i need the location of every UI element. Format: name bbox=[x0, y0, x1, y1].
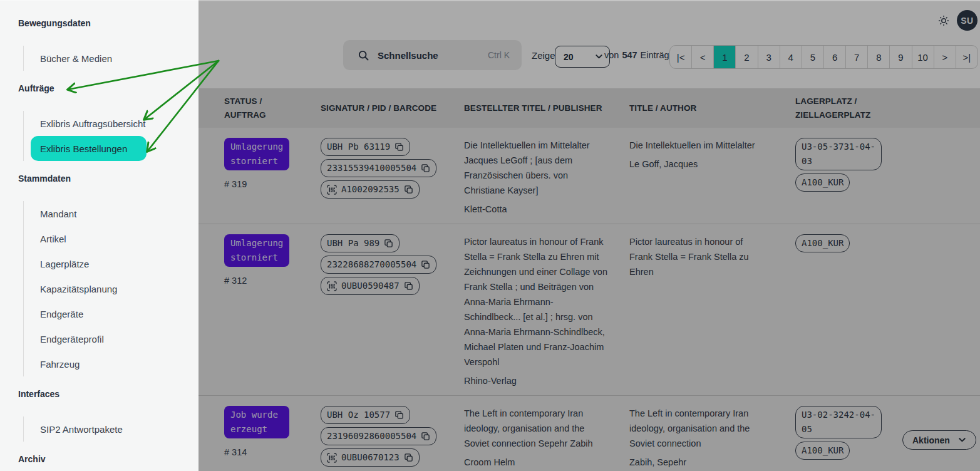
sidebar-item-endger-teprofil[interactable]: Endgeräteprofil bbox=[24, 326, 199, 351]
sidebar-item-label: Kapazitätsplanung bbox=[40, 284, 117, 294]
sidebar-nav: BewegungsdatenBücher & MedienAufträgeExl… bbox=[0, 0, 199, 471]
sidebar-item-sip2-antwortpakete[interactable]: SIP2 Antwortpakete bbox=[24, 417, 199, 442]
sidebar-group-auftr-ge: Exlibris AuftragsübersichtExlibris Beste… bbox=[23, 111, 199, 161]
sidebar-item-label: Exlibris Auftragsübersicht bbox=[40, 118, 145, 129]
sidebar-item-label: Endgeräte bbox=[40, 309, 83, 319]
sidebar-item-kapazit-tsplanung[interactable]: Kapazitätsplanung bbox=[24, 276, 199, 301]
sidebar-heading-stammdaten: Stammdaten bbox=[18, 166, 199, 191]
sidebar-item-label: Endgeräteprofil bbox=[40, 334, 104, 344]
dim-overlay bbox=[199, 0, 980, 471]
sidebar-item-label: Artikel bbox=[40, 234, 66, 244]
sidebar-item-endger-te[interactable]: Endgeräte bbox=[24, 301, 199, 326]
sidebar-item-mandant[interactable]: Mandant bbox=[24, 201, 199, 226]
sidebar-heading-archiv: Archiv bbox=[18, 447, 199, 471]
sidebar-item-label: Bücher & Medien bbox=[40, 53, 112, 64]
sidebar-item-label: Lagerplätze bbox=[40, 259, 89, 269]
sidebar-item-label: Mandant bbox=[40, 209, 76, 219]
sidebar-item-fahrzeug[interactable]: Fahrzeug bbox=[24, 351, 199, 376]
sidebar-item-b-cher-medien[interactable]: Bücher & Medien bbox=[24, 46, 199, 71]
sidebar-item-exlibris-auftrags-bersicht[interactable]: Exlibris Auftragsübersicht bbox=[24, 111, 199, 136]
sidebar-item-label: SIP2 Antwortpakete bbox=[40, 424, 123, 435]
sidebar-group-interfaces: SIP2 Antwortpakete bbox=[23, 417, 199, 442]
sidebar-heading-bewegungsdaten: Bewegungsdaten bbox=[18, 11, 199, 36]
sidebar-item-exlibris-bestellungen[interactable]: Exlibris Bestellungen bbox=[31, 136, 147, 161]
top-edge-highlight bbox=[0, 0, 980, 1]
sidebar-item-label: Exlibris Bestellungen bbox=[40, 143, 127, 154]
sidebar-group-stammdaten: MandantArtikelLagerplätzeKapazitätsplanu… bbox=[23, 201, 199, 376]
sidebar-heading-auftr-ge: Aufträge bbox=[18, 76, 199, 101]
sidebar-item-artikel[interactable]: Artikel bbox=[24, 226, 199, 251]
sidebar-group-bewegungsdaten: Bücher & Medien bbox=[23, 46, 199, 71]
sidebar-item-lagerpl-tze[interactable]: Lagerplätze bbox=[24, 251, 199, 276]
sidebar-item-label: Fahrzeug bbox=[40, 359, 80, 370]
sidebar-heading-interfaces: Interfaces bbox=[18, 381, 199, 406]
